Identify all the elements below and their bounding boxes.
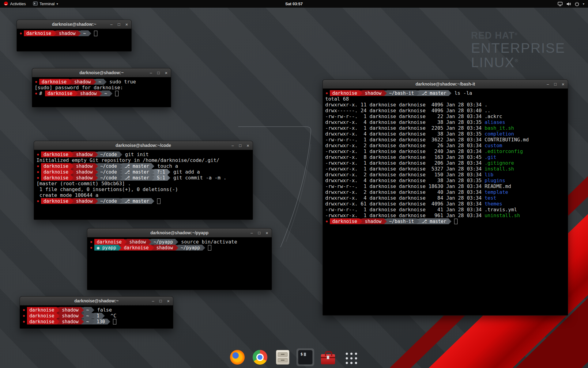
terminal-window[interactable]: darknoise@shadow:~ – □ × ●darknoiseshado…	[20, 296, 173, 329]
chevron-down-icon: ▾	[56, 2, 58, 6]
maximize-button[interactable]: □	[554, 82, 556, 86]
minimize-button[interactable]: –	[150, 71, 152, 75]
dock-show-applications-icon[interactable]	[342, 348, 360, 366]
minimize-button[interactable]: –	[547, 82, 549, 86]
window-title: darknoise@shadow:~/pyapp	[150, 230, 209, 235]
window-titlebar[interactable]: darknoise@shadow:~ – □ ×	[17, 20, 131, 29]
redhat-logo-icon	[4, 1, 8, 7]
close-button[interactable]: ×	[125, 22, 128, 27]
system-status-area[interactable]: ▾	[558, 0, 588, 8]
dock-files-icon[interactable]	[274, 348, 292, 366]
window-titlebar[interactable]: darknoise@shadow:~ – □ ×	[20, 297, 173, 305]
terminal-content[interactable]: ●darknoiseshadow~/pyapp source bin/activ…	[87, 237, 272, 290]
window-titlebar[interactable]: darknoise@shadow:~/code – □ ×	[34, 141, 253, 150]
window-titlebar[interactable]: darknoise@shadow:~ – □ ×	[32, 68, 171, 77]
terminal-text: -rwxrwxr-x. 1 darknoise darknoise 240 Ja…	[325, 148, 484, 154]
terminal-line: ●darknoiseshadow~/bash-it⎇ master	[325, 218, 565, 224]
terminal-cursor	[454, 219, 458, 224]
close-button[interactable]: ×	[165, 71, 168, 75]
terminal-content[interactable]: ●darknoiseshadow~ sudo true[sudo] passwo…	[32, 77, 171, 107]
minimize-button[interactable]: –	[110, 22, 112, 26]
maximize-button[interactable]: □	[157, 71, 160, 75]
terminal-line: -rwxrwxr-x. 1 darknoise darknoise 2205 J…	[325, 125, 565, 131]
terminal-line: total 68	[325, 96, 565, 102]
prompt-segment-path: ~	[96, 79, 104, 85]
minimize-button[interactable]: –	[251, 231, 253, 235]
terminal-window[interactable]: darknoise@shadow:~ – □ × ●darknoiseshado…	[32, 68, 171, 107]
powerline-arrow-icon	[71, 198, 74, 204]
terminal-line: -rw-rw-r--. 1 darknoise darknoise 22 Jan…	[325, 113, 565, 119]
terminal-window[interactable]: darknoise@shadow:~ – □ × ●darknoiseshado…	[17, 20, 132, 52]
terminal-content[interactable]: ●darknoiseshadow~ false●darknoiseshadow~…	[20, 305, 173, 328]
terminal-icon-cursor	[304, 353, 306, 356]
dock-firefox-icon[interactable]	[228, 348, 246, 366]
terminal-window[interactable]: darknoise@shadow:~/bash-it – □ × ●darkno…	[322, 79, 568, 316]
powerline-arrow-icon	[57, 313, 59, 319]
prompt-segment-path: ~/pyapp	[178, 245, 202, 251]
minimize-button[interactable]: –	[152, 299, 154, 303]
powerline-arrow-icon	[417, 90, 419, 96]
prompt-segment-host: shadow	[127, 239, 148, 245]
prompt-segment-host: shadow	[59, 313, 81, 319]
redhat-prompt-icon: ●	[90, 240, 92, 243]
display-icon[interactable]	[558, 2, 563, 6]
activities-button[interactable]: Activities	[0, 0, 29, 8]
terminal-content[interactable]: ●darknoiseshadow~	[17, 29, 131, 51]
close-button[interactable]: ×	[266, 231, 268, 235]
powerline-arrow-icon	[99, 91, 102, 96]
prompt-segment-host: shadow	[74, 175, 95, 181]
terminal-window[interactable]: darknoise@shadow:~/code – □ × ●darknoise…	[34, 141, 253, 220]
maximize-button[interactable]: □	[258, 231, 260, 235]
app-menu-terminal[interactable]: Terminal ▾	[29, 0, 62, 8]
terminal-prompt-glyph: $	[300, 352, 303, 356]
prompt-segment-path: ~	[102, 90, 110, 96]
terminal-window[interactable]: darknoise@shadow:~/pyapp – □ × ●darknois…	[87, 228, 272, 290]
powerline-arrow-icon	[417, 219, 419, 224]
powerline-arrow-icon	[92, 313, 94, 319]
powerline-arrow-icon	[119, 169, 122, 175]
close-button[interactable]: ×	[562, 82, 564, 86]
powerline-arrow-icon	[110, 91, 112, 96]
close-button[interactable]: ×	[247, 143, 249, 148]
maximize-button[interactable]: □	[118, 22, 120, 26]
prompt-segment-user: darknoise	[45, 90, 75, 96]
terminal-content[interactable]: ●darknoiseshadow~/code git initInitializ…	[34, 150, 253, 220]
maximize-button[interactable]: □	[239, 144, 241, 148]
powerline-arrow-icon	[152, 175, 154, 181]
minimize-button[interactable]: –	[232, 144, 234, 148]
powerline-arrow-icon	[81, 313, 84, 319]
prompt-segment-user: darknoise	[27, 319, 57, 324]
power-icon[interactable]	[575, 2, 579, 6]
redhat-prompt-icon: ●	[326, 91, 328, 95]
powerline-arrow-icon	[124, 239, 127, 245]
prompt-segment-user: darknoise	[121, 245, 151, 251]
window-titlebar[interactable]: darknoise@shadow:~/pyapp – □ ×	[87, 228, 272, 237]
terminal-line: ●darknoiseshadow~ false	[22, 307, 171, 313]
powerline-arrow-icon	[57, 307, 59, 313]
app-grid-shape	[344, 351, 358, 364]
prompt-segment-user: darknoise	[24, 30, 54, 36]
dock-terminal-icon[interactable]: $	[296, 348, 314, 366]
terminal-line: drwx------. 24 darknoise darknoise 4096 …	[325, 108, 565, 113]
prompt-segment-user: darknoise	[27, 313, 57, 319]
terminal-text: -rw-rw-r--. 1 darknoise darknoise 18630 …	[325, 183, 484, 189]
prompt-segment-user: darknoise	[41, 163, 71, 169]
terminal-text: drwxrwxr-x. 11 darknoise darknoise 4096 …	[325, 102, 484, 108]
file-name: .editorconfig	[484, 148, 523, 154]
terminal-line: -rwxrwxr-x. 1 darknoise darknoise 206 Ja…	[325, 160, 565, 166]
maximize-button[interactable]: □	[159, 299, 162, 303]
window-titlebar[interactable]: darknoise@shadow:~/bash-it – □ ×	[323, 80, 568, 89]
prompt-segment-path: ~/code	[98, 175, 119, 181]
chevron-down-icon: ▾	[583, 2, 584, 6]
terminal-text: drwxrwxr-x. 4 darknoise darknoise 38 Jan…	[325, 131, 484, 137]
powerline-arrow-icon	[75, 91, 78, 96]
terminal-text: [sudo] password for darknoise:	[35, 85, 123, 90]
dock-toolbox-icon[interactable]	[319, 348, 337, 366]
dock-chrome-icon[interactable]	[251, 348, 269, 366]
volume-icon[interactable]	[566, 2, 571, 6]
close-button[interactable]: ×	[167, 299, 170, 303]
terminal-line: ●darknoiseshadow~/code⎇ master	[36, 198, 250, 204]
terminal-text: -rw-rw-r--. 1 darknoise darknoise 41 Jan…	[325, 207, 484, 213]
clock[interactable]: Sat 03:57	[0, 2, 588, 6]
terminal-content[interactable]: ●darknoiseshadow~/bash-it⎇ master ls -la…	[323, 89, 568, 315]
